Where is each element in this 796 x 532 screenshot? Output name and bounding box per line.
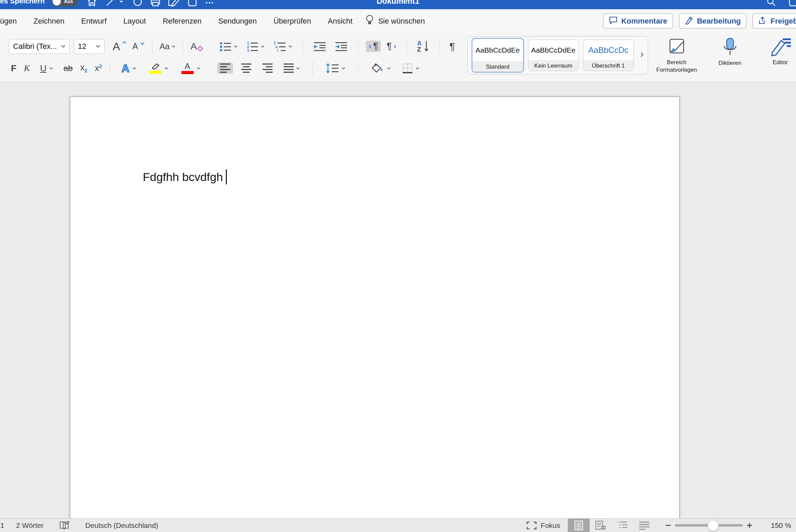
justify-icon [284,64,294,73]
bullet-list-icon [219,41,232,52]
grow-font-button[interactable]: A [110,40,129,53]
multilevel-list-button[interactable]: 1ai [271,40,295,53]
window-control-icon[interactable] [788,0,796,8]
outline-view-icon [617,521,628,530]
document-page[interactable]: Fdgfhh bcvdfgh [70,96,680,520]
tell-me-label: Sie wünschen [378,17,425,26]
print-icon[interactable] [150,0,161,8]
italic-button[interactable]: K [24,64,30,73]
sort-button[interactable]: AZ [414,39,431,53]
draw-tool-icon[interactable] [105,0,124,8]
justify-button[interactable] [281,62,303,74]
clear-formatting-button[interactable]: A [188,41,207,52]
zoom-slider-knob[interactable] [708,520,719,531]
text-effects-button[interactable]: A [119,62,139,75]
draft-view-button[interactable] [633,519,655,532]
share-label: Freigebe [770,17,796,26]
more-commands-icon[interactable]: … [205,0,215,6]
style-card-kein-leerraum[interactable]: AaBbCcDdEe Kein Leerraum [528,40,579,71]
spellcheck-status-button[interactable] [59,520,70,531]
tab-sendungen[interactable]: Sendungen [218,17,257,26]
word-count[interactable]: 2 Wörter [16,521,44,530]
superscript-button[interactable]: x2 [95,64,102,72]
tab-referenzen[interactable]: Referenzen [163,17,202,26]
subscript-button[interactable]: x2 [80,63,87,73]
zoom-level[interactable]: 150 % [760,521,791,530]
font-name-select[interactable]: Calibri (Tex... [9,39,70,54]
home-icon[interactable] [86,0,98,8]
underline-button[interactable]: U [37,63,56,74]
document-workspace[interactable]: Fdgfhh bcvdfgh [0,82,796,518]
align-right-button[interactable] [260,62,275,74]
show-formatting-marks-button[interactable]: ¶ [447,40,458,53]
document-text-line[interactable]: Fdgfhh bcvdfgh [143,169,227,184]
font-size-select[interactable]: 12 [74,39,105,54]
document-icon[interactable] [187,0,198,8]
comments-button[interactable]: Kommentare [603,13,673,29]
increase-indent-button[interactable] [332,40,351,53]
focus-mode-button[interactable]: Fokus [526,521,560,530]
strikethrough-button[interactable]: ab [64,64,73,72]
shrink-font-button[interactable]: A [129,41,148,52]
tab-ueberpruefen[interactable]: Überprüfen [273,17,311,26]
align-center-icon [241,64,251,73]
statusbar-right: Fokus [526,519,796,532]
svg-text:i: i [277,48,278,52]
quick-edit-icon[interactable] [167,0,179,8]
styles-gallery-next-button[interactable] [640,52,644,59]
editor-button[interactable]: Editor [761,33,796,82]
tab-einfuegen[interactable]: ügen [0,17,17,26]
style-card-standard[interactable]: AaBbCcDdEe Standard [472,38,524,72]
zoom-in-button[interactable]: + [743,520,756,531]
increase-indent-icon [335,41,348,52]
page-number-fragment[interactable]: 1 [0,521,4,530]
style-card-ueberschrift-1[interactable]: AaBbCcDc Überschrift 1 [583,40,634,71]
change-case-button[interactable]: Aa [157,41,178,52]
search-icon[interactable] [765,0,777,8]
styles-pane-button[interactable]: Bereich Formatvorlagen [655,33,699,82]
eraser-icon [197,46,203,51]
microphone-icon [722,37,738,57]
highlight-color-button[interactable] [147,61,171,75]
web-layout-view-button[interactable] [590,519,612,532]
bullet-list-button[interactable] [217,40,241,53]
tell-me-control[interactable]: Sie wünschen [365,14,425,28]
zoom-out-button[interactable]: − [661,520,675,531]
tab-entwurf[interactable]: Entwurf [81,17,107,26]
zoom-slider[interactable] [675,524,743,527]
tab-layout[interactable]: Layout [123,17,146,26]
language-status[interactable]: Deutsch (Deutschland) [85,521,159,530]
tab-zeichnen[interactable]: Zeichnen [33,17,65,26]
line-spacing-button[interactable] [323,62,348,75]
document-text[interactable]: Fdgfhh bcvdfgh [143,170,223,184]
share-icon [758,16,767,27]
numbered-list-icon: 123 [246,41,259,52]
font-color-button[interactable]: A [179,61,203,75]
svg-text:3: 3 [247,48,249,52]
chevron-down-icon [341,67,345,70]
draft-view-icon [639,521,650,530]
bold-button[interactable]: F [11,64,16,73]
decrease-indent-button[interactable] [311,40,329,53]
styles-gallery: AaBbCcDdEe Standard AaBbCcDdEe Kein Leer… [467,36,648,74]
autosave-toggle[interactable]: Aus [51,0,78,6]
ltr-paragraph-button[interactable]: ›¶ [366,41,381,52]
print-layout-view-button[interactable] [568,519,590,532]
borders-button[interactable] [399,62,422,75]
align-center-button[interactable] [238,62,254,74]
share-button[interactable]: Freigebe [752,13,796,29]
chevron-down-icon [288,45,292,48]
rtl-paragraph-button[interactable]: ¶‹ [384,41,399,52]
comment-icon [609,16,618,27]
dictate-button[interactable]: Diktieren [708,33,752,82]
numbered-list-button[interactable]: 123 [244,40,267,53]
undo-icon[interactable] [132,0,143,8]
align-left-button[interactable] [217,62,233,74]
shading-button[interactable] [368,62,394,75]
toggle-state-label: Aus [64,0,73,4]
editing-mode-button[interactable]: Bearbeitung [679,13,746,29]
caret-up-icon [122,41,127,44]
tab-ansicht[interactable]: Ansicht [328,17,353,26]
outline-view-button[interactable] [612,519,633,532]
chevron-down-icon [296,67,300,70]
